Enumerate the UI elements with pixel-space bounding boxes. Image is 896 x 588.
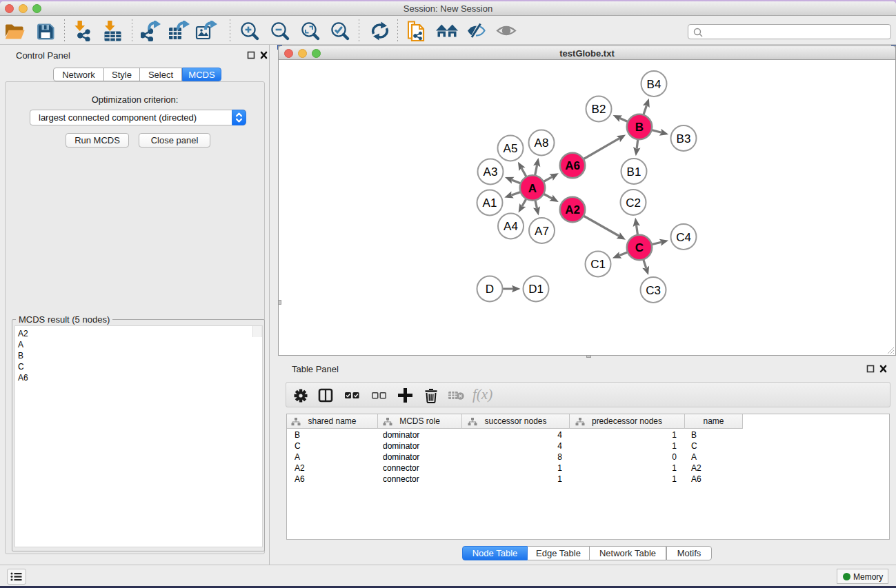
svg-text:A3: A3 [484, 165, 498, 179]
svg-text:A1: A1 [483, 196, 497, 210]
svg-text:C2: C2 [626, 196, 641, 210]
svg-text:D: D [486, 283, 494, 296]
svg-text:C4: C4 [676, 231, 691, 244]
svg-text:B4: B4 [647, 78, 661, 91]
svg-text:A6: A6 [565, 159, 580, 172]
svg-text:A7: A7 [535, 225, 549, 238]
svg-text:A5: A5 [504, 142, 518, 155]
svg-text:D1: D1 [528, 283, 544, 296]
svg-text:A: A [528, 182, 537, 195]
svg-text:B: B [635, 121, 644, 134]
svg-text:C: C [635, 241, 644, 254]
svg-text:C3: C3 [646, 284, 661, 297]
svg-text:A4: A4 [504, 220, 518, 233]
svg-text:A2: A2 [565, 203, 580, 216]
svg-text:B2: B2 [592, 103, 606, 116]
svg-text:B3: B3 [677, 132, 691, 145]
svg-text:B1: B1 [627, 165, 641, 179]
svg-text:C1: C1 [590, 258, 606, 271]
svg-text:A8: A8 [535, 136, 549, 150]
